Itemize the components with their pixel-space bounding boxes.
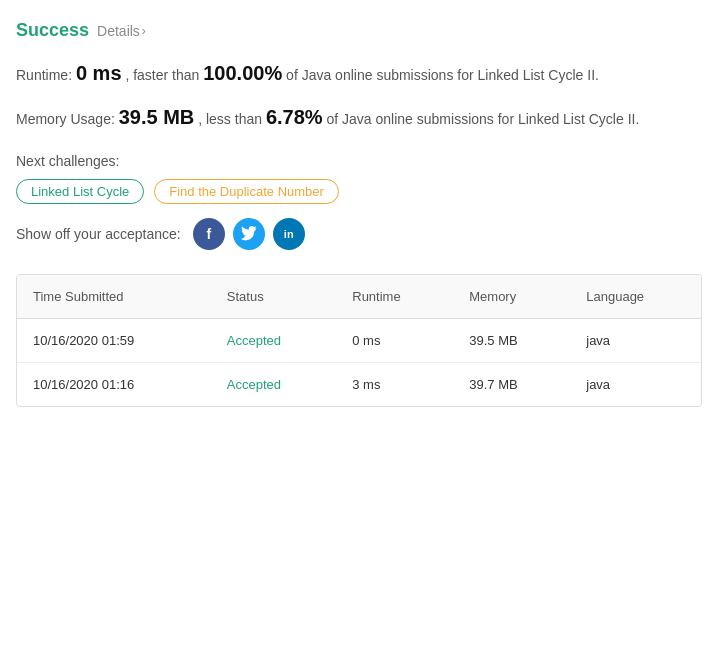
table-header-row: Time Submitted Status Runtime Memory Lan… xyxy=(17,275,701,319)
memory-value: 39.5 MB xyxy=(119,106,195,128)
success-label: Success xyxy=(16,20,89,41)
runtime-suffix-text: of Java online submissions for Linked Li… xyxy=(286,67,599,83)
cell-status-2: Accepted xyxy=(211,363,336,407)
cell-runtime-2: 3 ms xyxy=(336,363,453,407)
details-text: Details xyxy=(97,23,140,39)
runtime-middle: , faster than xyxy=(125,67,199,83)
submissions-table: Time Submitted Status Runtime Memory Lan… xyxy=(17,275,701,406)
next-challenges-label: Next challenges: xyxy=(16,153,702,169)
runtime-stat: Runtime: 0 ms , faster than 100.00% of J… xyxy=(16,57,702,89)
challenges-row: Linked List Cycle Find the Duplicate Num… xyxy=(16,179,702,204)
submissions-table-section: Time Submitted Status Runtime Memory Lan… xyxy=(16,274,702,407)
cell-memory-2: 39.7 MB xyxy=(453,363,570,407)
cell-memory-1: 39.5 MB xyxy=(453,319,570,363)
facebook-button[interactable]: f xyxy=(193,218,225,250)
challenge-badge-linked-list[interactable]: Linked List Cycle xyxy=(16,179,144,204)
table-header: Time Submitted Status Runtime Memory Lan… xyxy=(17,275,701,319)
runtime-value: 0 ms xyxy=(76,62,122,84)
table-row: 10/16/2020 01:16 Accepted 3 ms 39.7 MB j… xyxy=(17,363,701,407)
table-row: 10/16/2020 01:59 Accepted 0 ms 39.5 MB j… xyxy=(17,319,701,363)
facebook-icon: f xyxy=(206,226,211,242)
cell-language-1: java xyxy=(570,319,701,363)
col-language: Language xyxy=(570,275,701,319)
memory-prefix: Memory Usage: xyxy=(16,111,115,127)
table-body: 10/16/2020 01:59 Accepted 0 ms 39.5 MB j… xyxy=(17,319,701,407)
twitter-icon xyxy=(241,226,257,242)
runtime-pct: 100.00% xyxy=(203,62,282,84)
next-challenges-section: Next challenges: Linked List Cycle Find … xyxy=(16,153,702,204)
col-memory: Memory xyxy=(453,275,570,319)
memory-middle: , less than xyxy=(198,111,262,127)
col-time-submitted: Time Submitted xyxy=(17,275,211,319)
linkedin-icon: in xyxy=(284,228,294,240)
cell-time-1: 10/16/2020 01:59 xyxy=(17,319,211,363)
col-status: Status xyxy=(211,275,336,319)
cell-time-2: 10/16/2020 01:16 xyxy=(17,363,211,407)
chevron-icon: › xyxy=(142,24,146,38)
memory-stat: Memory Usage: 39.5 MB , less than 6.78% … xyxy=(16,101,702,133)
share-label: Show off your acceptance: xyxy=(16,226,181,242)
col-runtime: Runtime xyxy=(336,275,453,319)
runtime-prefix: Runtime: xyxy=(16,67,72,83)
linkedin-button[interactable]: in xyxy=(273,218,305,250)
cell-status-1: Accepted xyxy=(211,319,336,363)
memory-suffix-text: of Java online submissions for Linked Li… xyxy=(327,111,640,127)
result-header: Success Details › xyxy=(16,20,702,41)
stats-section: Runtime: 0 ms , faster than 100.00% of J… xyxy=(16,57,702,133)
twitter-button[interactable] xyxy=(233,218,265,250)
cell-language-2: java xyxy=(570,363,701,407)
challenge-badge-duplicate[interactable]: Find the Duplicate Number xyxy=(154,179,339,204)
social-icons: f in xyxy=(193,218,305,250)
details-link[interactable]: Details › xyxy=(97,23,146,39)
memory-pct: 6.78% xyxy=(266,106,323,128)
share-section: Show off your acceptance: f in xyxy=(16,218,702,250)
cell-runtime-1: 0 ms xyxy=(336,319,453,363)
